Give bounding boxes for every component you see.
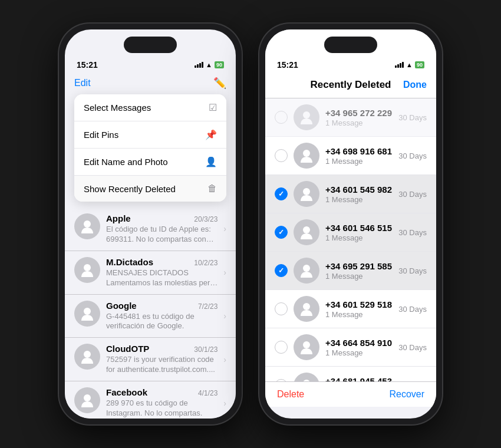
delete-button[interactable]: Delete bbox=[277, 389, 304, 400]
status-time-1: 15:21 bbox=[77, 60, 98, 70]
deleted-item-info: +34 695 291 585 1 Message bbox=[325, 261, 393, 281]
radio-button[interactable] bbox=[275, 226, 288, 239]
avatar bbox=[74, 344, 100, 370]
status-icons-2: ▲ 90 bbox=[395, 61, 424, 68]
radio-button[interactable] bbox=[275, 149, 288, 162]
message-list: Apple 20/3/23 El código de tu ID de Appl… bbox=[65, 207, 236, 419]
list-item[interactable]: +34 601 545 982 1 Message 30 Days bbox=[265, 175, 436, 213]
deleted-meta: 1 Message bbox=[325, 272, 393, 281]
deleted-days: 30 Days bbox=[398, 305, 427, 314]
svg-point-8 bbox=[303, 150, 310, 157]
deleted-days: 30 Days bbox=[398, 113, 427, 122]
message-date: 4/1/23 bbox=[198, 389, 217, 397]
message-sender: Facebook bbox=[106, 387, 147, 397]
deleted-item-info: +34 601 529 518 1 Message bbox=[325, 299, 393, 319]
edit-button[interactable]: Edit bbox=[74, 78, 91, 88]
deleted-days: 30 Days bbox=[398, 228, 427, 237]
svg-point-4 bbox=[84, 394, 91, 401]
message-content: Apple 20/3/23 El código de tu ID de Appl… bbox=[106, 213, 217, 245]
status-icons-1: ▲ 90 bbox=[195, 61, 224, 68]
list-item[interactable]: +34 695 291 585 1 Message 30 Days bbox=[265, 252, 436, 290]
wifi-icon-2: ▲ bbox=[406, 61, 413, 68]
edit-name-photo-item[interactable]: Edit Name and Photo 👤 bbox=[74, 149, 226, 176]
deleted-item-info: +34 601 546 515 1 Message bbox=[325, 223, 393, 242]
deleted-item-info: +34 698 916 681 1 Message bbox=[325, 146, 393, 166]
message-preview: El código de tu ID de Apple es: 699311. … bbox=[106, 225, 217, 245]
compose-icon[interactable]: ✏️ bbox=[213, 77, 226, 90]
phone-2-screen: 15:21 ▲ 90 Recently bbox=[265, 29, 436, 419]
message-header: M.Dictados 10/2/23 bbox=[106, 257, 217, 267]
list-item[interactable]: +34 601 546 515 1 Message 30 Days bbox=[265, 213, 436, 252]
select-messages-label: Select Messages bbox=[84, 103, 151, 113]
message-sender: CloudOTP bbox=[106, 344, 149, 354]
radio-button[interactable] bbox=[275, 187, 288, 200]
message-header: Apple 20/3/23 bbox=[106, 213, 217, 223]
avatar bbox=[74, 213, 100, 239]
deleted-item-info: +34 601 545 982 1 Message bbox=[325, 185, 393, 204]
svg-point-1 bbox=[84, 264, 91, 271]
deleted-number: +34 601 529 518 bbox=[325, 299, 393, 309]
svg-point-9 bbox=[303, 188, 310, 195]
deleted-meta: 1 Message bbox=[325, 195, 393, 204]
list-item[interactable]: +34 664 854 910 1 Message 30 Days bbox=[265, 328, 436, 367]
message-date: 20/3/23 bbox=[194, 215, 217, 223]
deleted-number: +34 601 546 515 bbox=[325, 223, 393, 233]
list-item[interactable]: Google 7/2/23 G-445481 es tu código de v… bbox=[65, 295, 236, 338]
radio-button[interactable] bbox=[275, 341, 288, 354]
message-preview: 752597 is your verification code for aut… bbox=[106, 355, 217, 375]
deleted-meta: 1 Message bbox=[325, 157, 393, 166]
recover-button[interactable]: Recover bbox=[389, 389, 424, 400]
list-item[interactable]: M.Dictados 10/2/23 MENSAJES DICTADOS Lam… bbox=[65, 251, 236, 295]
chevron-right-icon: › bbox=[223, 398, 226, 408]
deleted-item-info: +34 664 854 910 1 Message bbox=[325, 338, 393, 357]
edit-name-photo-label: Edit Name and Photo bbox=[84, 157, 168, 167]
phones-container: 15:21 ▲ 90 Edit ✏️ bbox=[47, 12, 454, 436]
list-item[interactable]: +34 601 529 518 1 Message 30 Days bbox=[265, 290, 436, 328]
action-bar: Delete Recover bbox=[265, 381, 436, 407]
message-date: 30/1/23 bbox=[194, 345, 217, 354]
edit-pins-item[interactable]: Edit Pins 📌 bbox=[74, 121, 226, 149]
deleted-number: +34 698 916 681 bbox=[325, 146, 393, 156]
deleted-meta: 1 Message bbox=[325, 118, 393, 127]
edit-pins-label: Edit Pins bbox=[84, 130, 118, 140]
list-item[interactable]: Apple 20/3/23 El código de tu ID de Appl… bbox=[65, 207, 236, 251]
list-item[interactable]: CloudOTP 30/1/23 752597 is your verifica… bbox=[65, 338, 236, 381]
message-content: CloudOTP 30/1/23 752597 is your verifica… bbox=[106, 344, 217, 375]
message-header: CloudOTP 30/1/23 bbox=[106, 344, 217, 354]
svg-point-12 bbox=[303, 303, 310, 310]
message-header: Google 7/2/23 bbox=[106, 301, 217, 311]
radio-button[interactable] bbox=[275, 302, 288, 315]
avatar bbox=[294, 258, 319, 284]
list-item[interactable]: Facebook 4/1/23 289 970 es tu código de … bbox=[65, 381, 236, 419]
chevron-right-icon: › bbox=[223, 268, 226, 277]
svg-point-0 bbox=[84, 220, 91, 228]
message-content: M.Dictados 10/2/23 MENSAJES DICTADOS Lam… bbox=[106, 257, 217, 288]
list-item[interactable]: +34 698 916 681 1 Message 30 Days bbox=[265, 137, 436, 175]
signal-icon-2 bbox=[395, 62, 404, 68]
radio-button[interactable] bbox=[275, 264, 288, 277]
done-button[interactable]: Done bbox=[403, 80, 427, 90]
avatar bbox=[294, 334, 319, 360]
list-item[interactable]: +34 965 272 229 1 Message 30 Days bbox=[265, 98, 436, 137]
dynamic-island-1 bbox=[124, 37, 177, 53]
deleted-number: +34 664 854 910 bbox=[325, 338, 393, 348]
show-recently-deleted-item[interactable]: Show Recently Deleted 🗑 bbox=[74, 176, 226, 202]
message-sender: Google bbox=[106, 301, 137, 311]
svg-point-13 bbox=[303, 341, 310, 348]
deleted-days: 30 Days bbox=[398, 190, 427, 199]
pin-icon: 📌 bbox=[205, 129, 217, 140]
avatar bbox=[294, 296, 319, 322]
signal-icon-1 bbox=[195, 62, 203, 68]
radio-button[interactable] bbox=[275, 111, 288, 124]
svg-point-3 bbox=[84, 351, 91, 358]
chevron-right-icon: › bbox=[223, 224, 226, 233]
avatar bbox=[74, 301, 100, 327]
deleted-days: 30 Days bbox=[398, 151, 427, 160]
message-content: Facebook 4/1/23 289 970 es tu código de … bbox=[106, 387, 217, 419]
deleted-meta: 1 Message bbox=[325, 233, 393, 242]
select-messages-item[interactable]: Select Messages ☑ bbox=[74, 94, 226, 121]
message-content: Google 7/2/23 G-445481 es tu código de v… bbox=[106, 301, 217, 332]
deleted-number: +34 965 272 229 bbox=[325, 108, 393, 118]
avatar bbox=[74, 387, 100, 413]
battery-icon-2: 90 bbox=[415, 61, 424, 68]
